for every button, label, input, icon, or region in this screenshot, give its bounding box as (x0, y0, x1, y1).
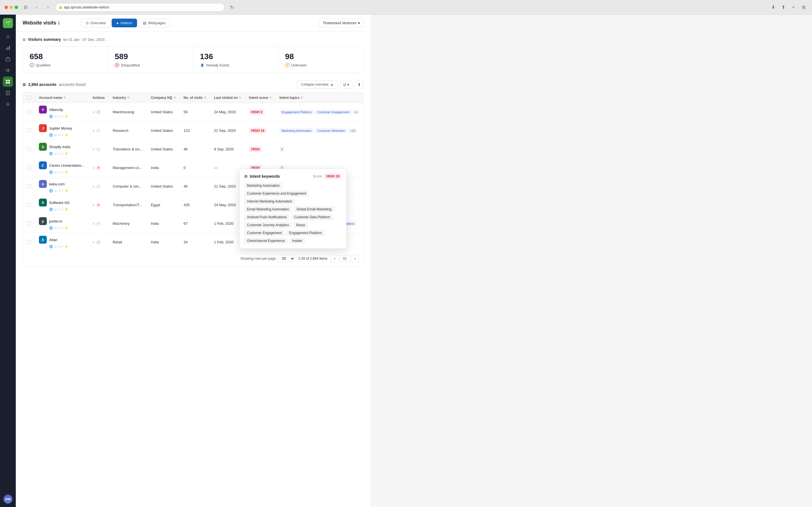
twitter-icon[interactable]: 𝕏 (58, 133, 61, 137)
linkedin-icon[interactable]: in (54, 133, 57, 137)
more-links-icon[interactable]: ⚡ (64, 226, 68, 230)
row-checkbox[interactable] (27, 203, 31, 207)
row-checkbox[interactable] (27, 110, 31, 114)
facebook-icon[interactable]: f (62, 133, 63, 137)
new-tab-button[interactable]: + (790, 3, 797, 11)
prev-page-button[interactable]: ‹ (331, 255, 339, 263)
row-checkbox[interactable] (27, 240, 31, 244)
action-menu-icon[interactable]: ≡ (93, 147, 95, 152)
facebook-icon[interactable]: f (62, 115, 63, 118)
back-button[interactable]: ‹ (33, 3, 41, 11)
facebook-icon[interactable]: f (62, 171, 63, 174)
tab-visitors[interactable]: ● Visitors (112, 18, 137, 27)
close-button[interactable] (4, 6, 8, 9)
columns-button[interactable]: ⊟ ▾ (340, 80, 352, 89)
more-links-icon[interactable]: ⚡ (64, 208, 68, 211)
company-selector[interactable]: Timberland Ventures ▾ (319, 18, 364, 27)
sidebar-toggle-button[interactable]: ⊟ (21, 3, 29, 11)
facebook-icon[interactable]: f (62, 189, 63, 193)
nav-item-analytics[interactable] (3, 43, 13, 53)
twitter-icon[interactable]: 𝕏 (58, 245, 61, 248)
linkedin-icon[interactable]: in (54, 171, 57, 174)
website-link-icon[interactable]: 🌐 (49, 115, 53, 118)
linkedin-icon[interactable]: in (54, 245, 57, 248)
col-hq[interactable]: Company HQ ⇅ (147, 93, 180, 103)
website-link-icon[interactable]: 🌐 (49, 226, 53, 230)
collapse-button[interactable]: Collapse overview ▲ (297, 80, 338, 89)
facebook-icon[interactable]: f (62, 245, 63, 248)
maximize-button[interactable] (15, 6, 18, 9)
more-links-icon[interactable]: ⚡ (64, 133, 68, 137)
download-button[interactable]: ⬇ (769, 3, 777, 11)
nav-item-campaigns[interactable] (3, 65, 13, 75)
nav-item-dashboard[interactable]: ⊙ (3, 32, 13, 42)
col-intent-topics[interactable]: Intent topics ⇅ (275, 93, 363, 103)
action-menu-icon[interactable]: ≡ (93, 166, 95, 170)
linkedin-icon[interactable]: in (54, 152, 57, 156)
row-checkbox[interactable] (27, 221, 31, 226)
col-account-name[interactable]: Account name ⇅ (35, 93, 89, 103)
tab-webpages[interactable]: ▤ Webpages (138, 18, 170, 27)
twitter-icon[interactable]: 𝕏 (58, 189, 61, 193)
website-link-icon[interactable]: 🌐 (49, 189, 53, 193)
forward-button[interactable]: › (44, 3, 52, 11)
twitter-icon[interactable]: 𝕏 (58, 115, 61, 118)
select-all-checkbox[interactable] (27, 96, 31, 100)
row-checkbox[interactable] (27, 166, 31, 170)
qualified-count: 658 (30, 52, 101, 61)
app-logo[interactable]: 🌱 (3, 18, 13, 28)
website-link-icon[interactable]: 🌐 (49, 170, 53, 174)
action-menu-icon[interactable]: ≡ (93, 221, 95, 226)
actions-wrapper: ≡ — (93, 184, 105, 189)
website-link-icon[interactable]: 🌐 (49, 245, 53, 248)
rows-per-page-select[interactable]: 20 50 100 (278, 255, 295, 262)
download-table-button[interactable]: ⬇ (355, 80, 364, 89)
twitter-icon[interactable]: 𝕏 (58, 170, 61, 174)
next-page-button[interactable]: › (351, 255, 359, 263)
twitter-icon[interactable]: 𝕏 (58, 208, 61, 211)
more-links-icon[interactable]: ⚡ (64, 189, 68, 193)
url-bar[interactable]: 🔒 app.sprouts.ai/website-visitors (55, 3, 224, 11)
linkedin-icon[interactable]: in (54, 226, 57, 230)
row-checkbox[interactable] (27, 184, 31, 188)
facebook-icon[interactable]: f (62, 208, 63, 211)
facebook-icon[interactable]: f (62, 152, 63, 156)
action-menu-icon[interactable]: ≡ (93, 110, 95, 114)
action-menu-icon[interactable]: ≡ (93, 240, 95, 244)
minimize-button[interactable] (10, 6, 13, 9)
nav-item-settings[interactable] (3, 99, 13, 109)
twitter-icon[interactable]: 𝕏 (58, 152, 61, 156)
facebook-icon[interactable]: f (62, 226, 63, 230)
account-links: 🌐 in 𝕏 f ⚡ (49, 152, 85, 156)
tabs-button[interactable]: ⊞ (800, 3, 808, 11)
refresh-button[interactable]: ↻ (228, 3, 236, 11)
info-icon[interactable]: ℹ (58, 21, 59, 25)
action-menu-icon[interactable]: ≡ (93, 128, 95, 133)
share-button[interactable]: ⬆ (779, 3, 787, 11)
more-links-icon[interactable]: ⚡ (64, 170, 68, 174)
twitter-icon[interactable]: 𝕏 (58, 226, 61, 230)
more-links-icon[interactable]: ⚡ (64, 245, 68, 248)
website-link-icon[interactable]: 🌐 (49, 133, 53, 137)
nav-item-accounts[interactable] (3, 76, 13, 87)
linkedin-icon[interactable]: in (54, 208, 57, 211)
row-checkbox[interactable] (27, 128, 31, 133)
more-links-icon[interactable]: ⚡ (64, 152, 68, 156)
col-last-visited[interactable]: Last visited on ⇅ (210, 93, 245, 103)
linkedin-icon[interactable]: in (54, 115, 57, 118)
tab-overview[interactable]: ⊙ Overview (81, 18, 110, 27)
action-menu-icon[interactable]: ≡ (93, 184, 95, 189)
nav-item-reports[interactable] (3, 88, 13, 98)
row-checkbox[interactable] (27, 147, 31, 151)
col-intent-score[interactable]: Intent score ⇅ (245, 93, 275, 103)
website-link-icon[interactable]: 🌐 (49, 208, 53, 211)
col-industry[interactable]: Industry ⇅ (109, 93, 147, 103)
action-menu-icon[interactable]: ≡ (93, 203, 95, 207)
website-link-icon[interactable]: 🌐 (49, 152, 53, 156)
more-links-icon[interactable]: ⚡ (64, 115, 68, 118)
nav-item-briefcase[interactable] (3, 54, 13, 64)
user-avatar[interactable]: BW (3, 495, 12, 504)
col-visits[interactable]: No. of visits ⇅ (180, 93, 210, 103)
hq-cell: United States (147, 121, 180, 140)
linkedin-icon[interactable]: in (54, 189, 57, 193)
